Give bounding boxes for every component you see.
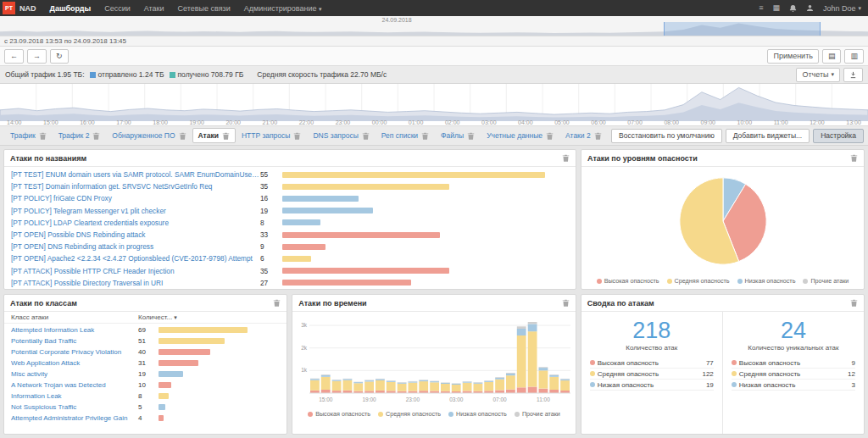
refresh-button[interactable]: ↻ [50,49,69,64]
time-bar-segment[interactable] [321,377,331,390]
tab-7[interactable]: Файлы [435,128,481,143]
add-widgets-button[interactable]: Добавить виджеты... [726,129,810,143]
time-bar-segment[interactable] [332,380,342,381]
time-bar-segment[interactable] [539,367,548,368]
tab-6[interactable]: Реп списки [376,128,435,143]
time-bar-segment[interactable] [398,382,407,383]
time-bar-segment[interactable] [321,374,331,375]
settings-button[interactable]: Настройка [813,129,864,143]
time-bar-segment[interactable] [321,390,331,393]
time-bar-segment[interactable] [550,377,559,390]
time-bar-segment[interactable] [354,382,364,383]
apps-icon[interactable]: ▦ [772,4,780,12]
attack-name-link[interactable]: [PT OPEN] Apache2 <2.2.34 <2.4.27 Option… [11,254,260,263]
time-bar-segment[interactable] [539,368,548,370]
time-bar-segment[interactable] [550,374,559,375]
time-bar-segment[interactable] [517,387,526,393]
time-bar-segment[interactable] [517,326,526,329]
time-bar-segment[interactable] [539,370,548,388]
attack-name-link[interactable]: [PT POLICY] LDAP Cleartext credentials e… [11,219,260,227]
time-bar-segment[interactable] [409,381,418,382]
time-bar-segment[interactable] [474,383,483,384]
time-bar-segment[interactable] [496,391,505,394]
nav-item-0[interactable]: Дашборды [50,4,92,13]
attack-class-link[interactable]: Potential Corporate Privacy Violation [11,348,138,356]
widget-delete-icon[interactable] [273,299,281,307]
attack-class-link[interactable]: Attempted Administrator Privilege Gain [11,414,138,422]
forward-button[interactable]: → [27,49,47,64]
time-bar-segment[interactable] [506,390,515,393]
tab-delete-icon[interactable] [179,132,186,140]
back-button[interactable]: ← [4,49,24,64]
time-bar-segment[interactable] [463,383,472,391]
time-bar-segment[interactable] [420,380,429,380]
time-bar-segment[interactable] [539,389,548,393]
tab-1[interactable]: Трафик 2 [53,128,107,143]
time-bar-segment[interactable] [431,381,440,382]
time-bar-segment[interactable] [561,380,570,381]
time-bar-segment[interactable] [496,377,505,378]
tab-5[interactable]: DNS запросы [307,128,375,143]
tab-delete-icon[interactable] [362,132,370,140]
attack-name-link[interactable]: [PT ATTACK] Possible Directory Traversal… [11,279,260,287]
nav-item-4[interactable]: Администрирование ▾ [244,4,322,13]
export-button[interactable] [843,68,863,82]
time-bar-segment[interactable] [343,379,353,380]
tab-2[interactable]: Обнаруженное ПО [106,128,192,143]
widget-delete-icon[interactable] [562,299,570,307]
time-bar-segment[interactable] [506,374,515,375]
attack-name-link[interactable]: [PT TEST] ENUM domain users via SAMR pro… [11,170,260,179]
time-bar-segment[interactable] [365,380,375,381]
time-bar-segment[interactable] [506,375,515,390]
time-bar-segment[interactable] [550,375,559,377]
attack-class-link[interactable]: Misc activity [11,370,138,378]
tab-delete-icon[interactable] [421,132,429,140]
time-bar-segment[interactable] [321,375,331,377]
attack-name-link[interactable]: [PT POLICY] friGate CDN Proxy [11,194,260,202]
user-icon[interactable] [806,4,814,12]
attack-name-link[interactable]: [PT TEST] Domain information get. SRVSVC… [11,182,260,191]
attack-name-link[interactable]: [PT ATTACK] Possible HTTP CRLF Header In… [11,267,260,275]
nav-item-3[interactable]: Сетевые связи [178,4,231,13]
time-bar-segment[interactable] [550,390,559,393]
time-bar-segment[interactable] [409,381,418,382]
attack-name-link[interactable]: [PT OPEN] DNS Rebinding attack in progre… [11,242,260,251]
time-bar-segment[interactable] [528,387,537,394]
tab-delete-icon[interactable] [594,132,602,140]
attack-class-link[interactable]: Web Application Attack [11,359,138,367]
nav-item-2[interactable]: Атаки [144,4,164,13]
timeline-overview[interactable]: 24.09.2018 [0,16,868,36]
tab-0[interactable]: Трафик [4,128,53,143]
time-bar-segment[interactable] [496,380,505,391]
tab-delete-icon[interactable] [467,132,475,140]
timeline-selection-handle[interactable] [664,22,820,36]
time-bar-segment[interactable] [474,384,483,391]
time-bar-segment[interactable] [332,380,342,380]
time-bar-segment[interactable] [376,379,385,380]
time-bar-segment[interactable] [496,378,505,380]
time-bar-segment[interactable] [398,383,407,384]
reports-button[interactable]: Отчеты ▾ [796,68,840,82]
time-bar-segment[interactable] [441,384,450,391]
time-bar-segment[interactable] [310,379,320,380]
attack-class-link[interactable]: Not Suspicious Traffic [11,403,138,411]
menu-icon[interactable]: ≡ [759,4,763,12]
nav-item-1[interactable]: Сессии [104,4,131,13]
time-bar-segment[interactable] [561,379,570,380]
time-bar-segment[interactable] [452,385,461,391]
time-bar-segment[interactable] [485,381,494,382]
time-bar-segment[interactable] [387,380,396,381]
tab-delete-icon[interactable] [293,132,301,140]
time-bar-segment[interactable] [420,380,429,381]
time-bar-segment[interactable] [517,335,526,387]
tab-delete-icon[interactable] [546,132,554,140]
tab-9[interactable]: Атаки 2 [559,128,608,143]
time-bar-segment[interactable] [310,380,320,391]
time-bar-segment[interactable] [332,381,342,391]
time-bar-segment[interactable] [485,382,494,391]
time-bar-segment[interactable] [528,322,537,324]
attack-class-link[interactable]: Information Leak [11,392,138,400]
time-bar-segment[interactable] [420,381,429,391]
apply-button[interactable]: Применить [767,49,819,64]
time-bar-segment[interactable] [463,382,472,383]
